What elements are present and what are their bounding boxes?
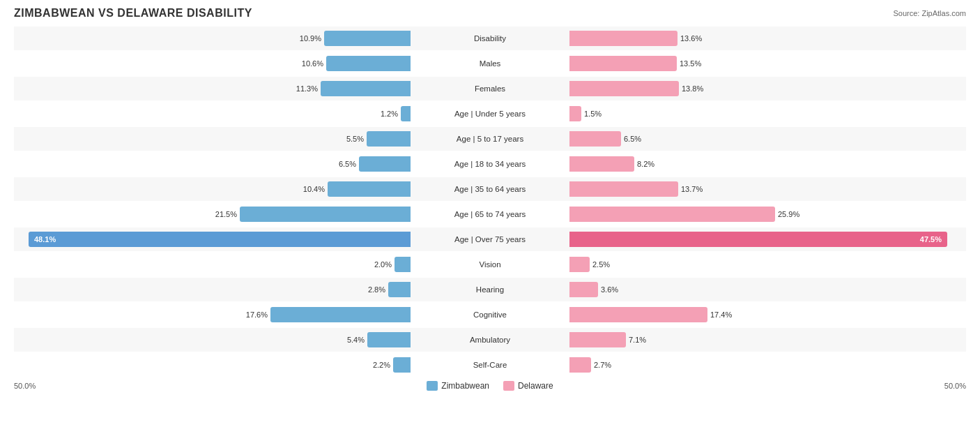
legend: Zimbabwean Delaware	[427, 381, 553, 391]
bar-label: Hearing	[413, 285, 567, 294]
left-value: 5.4%	[347, 336, 365, 344]
bar-row: 10.6% Males 13.5%	[14, 52, 966, 75]
right-value: 3.6%	[601, 285, 618, 294]
bar-right-side: 13.5%	[567, 52, 966, 75]
bar-row: 17.6% Cognitive 17.4%	[14, 303, 966, 327]
bar-right-side: 13.6%	[567, 27, 966, 50]
bar-right-side: 47.5%	[567, 227, 966, 251]
bar-right-side: 3.6%	[567, 278, 966, 301]
bar-right-side: 13.8%	[567, 77, 966, 100]
bar-row: 2.8% Hearing 3.6%	[14, 278, 966, 301]
bar-left-side: 10.6%	[14, 52, 413, 75]
bar-left-side: 6.5%	[14, 152, 413, 176]
bar-right-side: 17.4%	[567, 303, 966, 327]
legend-label-delaware: Delaware	[518, 381, 553, 391]
bar-left-side: 2.2%	[14, 353, 413, 377]
bar-label: Age | Under 5 years	[413, 110, 567, 118]
right-value: 25.9%	[778, 210, 799, 218]
bar-right-side: 8.2%	[567, 152, 966, 176]
bar-row: 10.9% Disability 13.6%	[14, 27, 966, 50]
legend-label-zimbabwean: Zimbabwean	[441, 381, 489, 391]
bar-left-side: 17.6%	[14, 303, 413, 327]
legend-swatch-delaware	[503, 381, 514, 391]
left-value: 48.1%	[29, 235, 56, 244]
bar-row: 2.2% Self-Care 2.7%	[14, 353, 966, 377]
bar-row: 11.3% Females 13.8%	[14, 77, 966, 100]
bar-label: Ambulatory	[413, 336, 567, 344]
left-value: 2.8%	[368, 285, 385, 294]
bar-label: Age | Over 75 years	[413, 235, 567, 244]
chart-container: 10.9% Disability 13.6% 10.6% Males 13.5%…	[14, 27, 966, 377]
right-value: 2.5%	[592, 260, 610, 269]
bar-left-side: 48.1%	[14, 227, 413, 251]
right-value: 2.7%	[594, 361, 611, 369]
right-value: 13.7%	[681, 185, 703, 193]
bar-left-side: 10.9%	[14, 27, 413, 50]
legend-swatch-zimbabwean	[427, 381, 438, 391]
right-value: 13.5%	[680, 59, 701, 68]
bar-label: Disability	[413, 34, 567, 43]
bar-row: 21.5% Age | 65 to 74 years 25.9%	[14, 202, 966, 226]
left-value: 11.3%	[296, 84, 318, 93]
right-value: 6.5%	[624, 135, 641, 143]
bar-label: Females	[413, 84, 567, 93]
axis-left-label: 50.0%	[14, 382, 36, 390]
bar-row: 6.5% Age | 18 to 34 years 8.2%	[14, 152, 966, 176]
chart-header: ZIMBABWEAN VS DELAWARE DISABILITY Source…	[14, 7, 966, 20]
bar-left-side: 10.4%	[14, 177, 413, 201]
bar-right-side: 1.5%	[567, 102, 966, 126]
bar-left-side: 21.5%	[14, 202, 413, 226]
left-value: 5.5%	[346, 135, 364, 143]
bar-right-side: 25.9%	[567, 202, 966, 226]
axis-right-label: 50.0%	[944, 382, 966, 390]
source-label: Source: ZipAtlas.com	[893, 9, 966, 17]
right-value: 8.2%	[637, 160, 654, 168]
bar-label: Vision	[413, 260, 567, 269]
bar-row: 2.0% Vision 2.5%	[14, 253, 966, 276]
bar-label: Self-Care	[413, 361, 567, 369]
bar-right-side: 2.7%	[567, 353, 966, 377]
bar-row: 5.5% Age | 5 to 17 years 6.5%	[14, 127, 966, 151]
left-value: 2.0%	[374, 260, 392, 269]
right-value: 13.6%	[680, 34, 702, 43]
bar-row: 5.4% Ambulatory 7.1%	[14, 328, 966, 352]
bar-label: Age | 35 to 64 years	[413, 185, 567, 193]
chart-title: ZIMBABWEAN VS DELAWARE DISABILITY	[14, 7, 252, 20]
bar-right-side: 2.5%	[567, 253, 966, 276]
bar-left-side: 1.2%	[14, 102, 413, 126]
legend-item-delaware: Delaware	[503, 381, 553, 391]
bar-right-side: 7.1%	[567, 328, 966, 352]
bar-label: Males	[413, 59, 567, 68]
bar-left-side: 11.3%	[14, 77, 413, 100]
left-value: 17.6%	[246, 310, 268, 319]
left-value: 21.5%	[215, 210, 237, 218]
bar-left-side: 2.8%	[14, 278, 413, 301]
left-value: 6.5%	[339, 160, 356, 168]
bar-label: Age | 18 to 34 years	[413, 160, 567, 168]
bar-label: Age | 5 to 17 years	[413, 135, 567, 143]
left-value: 10.4%	[303, 185, 325, 193]
bar-label: Cognitive	[413, 310, 567, 319]
bar-left-side: 5.4%	[14, 328, 413, 352]
right-value: 7.1%	[629, 336, 646, 344]
right-value: 1.5%	[584, 110, 602, 118]
left-value: 10.9%	[300, 34, 321, 43]
right-value: 17.4%	[710, 310, 732, 319]
bar-left-side: 5.5%	[14, 127, 413, 151]
bar-row: 10.4% Age | 35 to 64 years 13.7%	[14, 177, 966, 201]
bar-row: 1.2% Age | Under 5 years 1.5%	[14, 102, 966, 126]
bar-right-side: 13.7%	[567, 177, 966, 201]
chart-footer: 50.0% Zimbabwean Delaware 50.0%	[14, 381, 966, 391]
right-value: 47.5%	[920, 235, 947, 244]
bar-right-side: 6.5%	[567, 127, 966, 151]
left-value: 2.2%	[373, 361, 390, 369]
right-value: 13.8%	[682, 84, 703, 93]
bar-left-side: 2.0%	[14, 253, 413, 276]
bar-label: Age | 65 to 74 years	[413, 210, 567, 218]
legend-item-zimbabwean: Zimbabwean	[427, 381, 489, 391]
bar-row: 48.1% Age | Over 75 years 47.5%	[14, 227, 966, 251]
left-value: 10.6%	[302, 59, 323, 68]
left-value: 1.2%	[381, 110, 398, 118]
